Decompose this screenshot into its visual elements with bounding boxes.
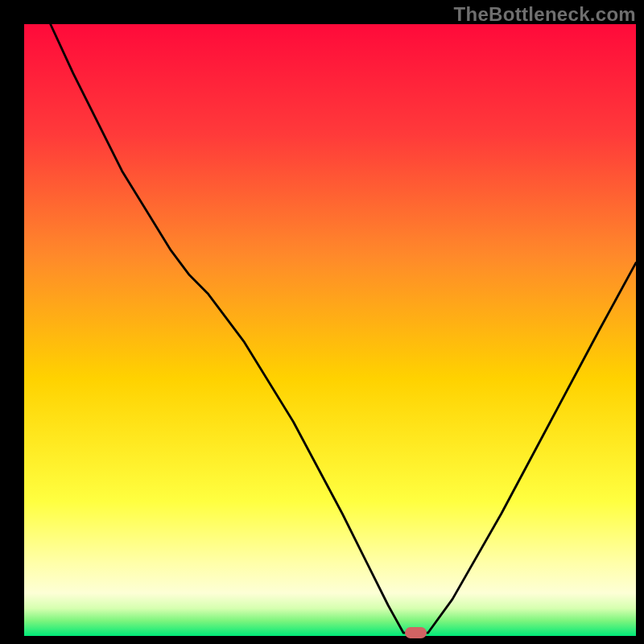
frame-left: [0, 0, 24, 644]
chart-frame: TheBottleneck.com: [0, 0, 644, 644]
frame-right: [636, 0, 644, 644]
gradient-background: [24, 24, 636, 636]
minimum-marker: [405, 627, 427, 638]
bottleneck-chart: [0, 0, 644, 644]
frame-bottom: [0, 636, 644, 644]
watermark-text: TheBottleneck.com: [454, 3, 636, 26]
